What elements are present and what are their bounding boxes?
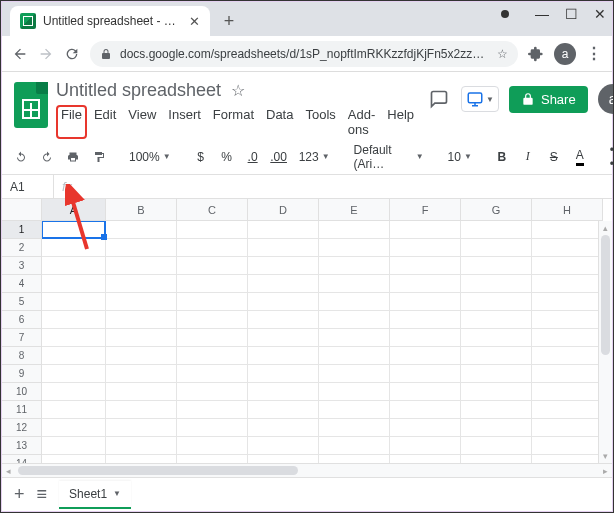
menu-format[interactable]: Format: [208, 105, 259, 139]
cell[interactable]: [319, 257, 390, 275]
cell[interactable]: [177, 221, 248, 239]
row-header[interactable]: 5: [2, 293, 42, 311]
cell[interactable]: [390, 383, 461, 401]
cell[interactable]: [177, 365, 248, 383]
bookmark-icon[interactable]: ☆: [497, 47, 508, 61]
cell[interactable]: [461, 311, 532, 329]
cell[interactable]: [177, 401, 248, 419]
cell[interactable]: [319, 455, 390, 463]
column-header[interactable]: C: [177, 199, 248, 221]
strikethrough-button[interactable]: S: [543, 146, 565, 168]
column-header[interactable]: A: [42, 199, 106, 221]
cell[interactable]: [390, 455, 461, 463]
cell[interactable]: [106, 293, 177, 311]
comments-icon[interactable]: [427, 87, 451, 111]
cell[interactable]: [532, 383, 603, 401]
close-icon[interactable]: ✕: [189, 14, 200, 29]
cell[interactable]: [532, 239, 603, 257]
cell[interactable]: [42, 257, 106, 275]
cell[interactable]: [42, 455, 106, 463]
cell[interactable]: [461, 437, 532, 455]
cell[interactable]: [461, 383, 532, 401]
cell[interactable]: [177, 257, 248, 275]
cell[interactable]: [42, 347, 106, 365]
add-sheet-button[interactable]: +: [14, 484, 25, 505]
cell[interactable]: [461, 401, 532, 419]
cell[interactable]: [319, 383, 390, 401]
menu-help[interactable]: Help: [382, 105, 419, 139]
cell[interactable]: [319, 419, 390, 437]
cell[interactable]: [42, 437, 106, 455]
close-window-button[interactable]: ✕: [594, 6, 606, 22]
cell[interactable]: [106, 419, 177, 437]
column-header[interactable]: D: [248, 199, 319, 221]
cell[interactable]: [248, 239, 319, 257]
cell[interactable]: [319, 275, 390, 293]
cell[interactable]: [390, 293, 461, 311]
row-header[interactable]: 13: [2, 437, 42, 455]
back-button[interactable]: [12, 46, 28, 62]
menu-view[interactable]: View: [123, 105, 161, 139]
cell[interactable]: [177, 437, 248, 455]
bold-button[interactable]: B: [491, 146, 513, 168]
undo-button[interactable]: [10, 146, 32, 168]
cell[interactable]: [532, 329, 603, 347]
cell[interactable]: [390, 257, 461, 275]
cell[interactable]: [532, 419, 603, 437]
cell[interactable]: [319, 239, 390, 257]
cell[interactable]: [42, 365, 106, 383]
cell[interactable]: [461, 239, 532, 257]
cell[interactable]: [390, 221, 461, 239]
cell[interactable]: [461, 293, 532, 311]
present-button[interactable]: ▼: [461, 86, 499, 112]
menu-data[interactable]: Data: [261, 105, 298, 139]
font-size-dropdown[interactable]: 10▼: [443, 146, 477, 168]
cell[interactable]: [42, 401, 106, 419]
menu-tools[interactable]: Tools: [300, 105, 340, 139]
cell[interactable]: [319, 347, 390, 365]
cell[interactable]: [106, 311, 177, 329]
vertical-scrollbar[interactable]: [598, 221, 612, 463]
cell[interactable]: [177, 419, 248, 437]
cell[interactable]: [106, 455, 177, 463]
cell[interactable]: [390, 239, 461, 257]
cell[interactable]: [461, 329, 532, 347]
row-header[interactable]: 1: [2, 221, 42, 239]
cell[interactable]: [248, 257, 319, 275]
cell[interactable]: [106, 221, 177, 239]
paint-format-button[interactable]: [88, 146, 110, 168]
more-formats-dropdown[interactable]: 123▼: [294, 146, 335, 168]
cell[interactable]: [106, 347, 177, 365]
cell[interactable]: [42, 293, 106, 311]
horizontal-scrollbar[interactable]: [2, 463, 612, 477]
cell[interactable]: [532, 257, 603, 275]
cell[interactable]: [461, 257, 532, 275]
percent-button[interactable]: %: [216, 146, 238, 168]
zoom-dropdown[interactable]: 100%▼: [124, 146, 176, 168]
browser-tab[interactable]: Untitled spreadsheet - Google Sh ✕: [10, 6, 210, 36]
menu-insert[interactable]: Insert: [163, 105, 206, 139]
forward-button[interactable]: [38, 46, 54, 62]
cell[interactable]: [177, 347, 248, 365]
italic-button[interactable]: I: [517, 145, 539, 168]
address-bar[interactable]: docs.google.com/spreadsheets/d/1sP_nopft…: [90, 41, 518, 67]
maximize-button[interactable]: ☐: [565, 6, 578, 22]
cell[interactable]: [461, 275, 532, 293]
all-sheets-button[interactable]: ≡: [37, 484, 48, 505]
cell[interactable]: [319, 329, 390, 347]
row-header[interactable]: 2: [2, 239, 42, 257]
cell[interactable]: [248, 401, 319, 419]
cell[interactable]: [532, 293, 603, 311]
cell[interactable]: [319, 437, 390, 455]
cell[interactable]: [42, 311, 106, 329]
sheets-logo-icon[interactable]: [14, 82, 48, 128]
column-header[interactable]: E: [319, 199, 390, 221]
cell[interactable]: [248, 437, 319, 455]
cell[interactable]: [319, 401, 390, 419]
cell[interactable]: [532, 401, 603, 419]
cell[interactable]: [248, 275, 319, 293]
browser-menu-icon[interactable]: ⋮: [586, 46, 602, 62]
reload-button[interactable]: [64, 46, 80, 62]
cell[interactable]: [106, 383, 177, 401]
cell[interactable]: [248, 365, 319, 383]
